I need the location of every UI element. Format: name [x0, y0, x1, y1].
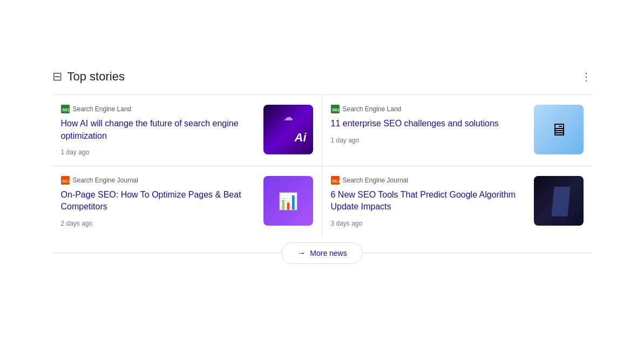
top-stories-widget: ⊟ Top stories ⋮ SEL Search Engine Land H	[36, 59, 608, 280]
news-icon: ⊟	[52, 70, 62, 84]
more-options-button[interactable]: ⋮	[581, 70, 592, 83]
story-title-2[interactable]: 11 enterprise SEO challenges and solutio…	[331, 118, 527, 130]
story-image-3	[263, 176, 313, 226]
sel-logo-2: SEL	[331, 105, 340, 113]
stories-grid: SEL Search Engine Land How AI will chang…	[52, 95, 592, 237]
widget-title: Top stories	[67, 70, 125, 84]
sel-logo-1: SEL	[61, 105, 70, 113]
sej-logo-3: SEJ	[61, 176, 70, 185]
story-text-1: SEL Search Engine Land How AI will chang…	[61, 105, 257, 156]
svg-text:SEJ: SEJ	[62, 179, 70, 184]
divider-right	[363, 253, 592, 253]
svg-text:SEL: SEL	[332, 107, 340, 112]
arrow-icon: →	[297, 248, 306, 258]
story-text-4: SEJ Search Engine Journal 6 New SEO Tool…	[331, 176, 527, 227]
story-card-3[interactable]: SEJ Search Engine Journal On-Page SEO: H…	[52, 166, 322, 237]
source-row-2: SEL Search Engine Land	[331, 105, 527, 113]
story-time-1: 1 day ago	[61, 148, 257, 156]
story-time-4: 3 days ago	[331, 220, 527, 227]
story-card-1[interactable]: SEL Search Engine Land How AI will chang…	[52, 95, 322, 166]
widget-header: ⊟ Top stories ⋮	[52, 70, 592, 84]
more-news-section: → More news	[52, 242, 592, 264]
story-title-1[interactable]: How AI will change the future of search …	[61, 118, 257, 142]
story-text-2: SEL Search Engine Land 11 enterprise SEO…	[331, 105, 527, 144]
story-card-4[interactable]: SEJ Search Engine Journal 6 New SEO Tool…	[322, 166, 592, 237]
source-name-1: Search Engine Land	[73, 105, 132, 113]
story-image-4	[534, 176, 584, 226]
story-card-2[interactable]: SEL Search Engine Land 11 enterprise SEO…	[322, 95, 592, 166]
more-news-button[interactable]: → More news	[281, 242, 362, 264]
story-text-3: SEJ Search Engine Journal On-Page SEO: H…	[61, 176, 257, 227]
svg-text:SEJ: SEJ	[332, 179, 340, 184]
source-row-1: SEL Search Engine Land	[61, 105, 257, 113]
source-row-4: SEJ Search Engine Journal	[331, 176, 527, 185]
source-name-4: Search Engine Journal	[343, 177, 408, 184]
header-left: ⊟ Top stories	[52, 70, 125, 84]
story-image-2	[534, 105, 584, 154]
story-image-1	[263, 105, 313, 154]
story-title-4[interactable]: 6 New SEO Tools That Predict Google Algo…	[331, 189, 527, 213]
divider-left	[52, 253, 282, 253]
story-time-3: 2 days ago	[61, 220, 257, 227]
sej-logo-4: SEJ	[331, 176, 340, 185]
source-name-2: Search Engine Land	[343, 105, 402, 113]
source-name-3: Search Engine Journal	[73, 177, 138, 184]
story-title-3[interactable]: On-Page SEO: How To Optimize Pages & Bea…	[61, 189, 257, 213]
more-news-label: More news	[310, 249, 347, 257]
source-row-3: SEJ Search Engine Journal	[61, 176, 257, 185]
story-time-2: 1 day ago	[331, 137, 527, 144]
svg-text:SEL: SEL	[62, 107, 70, 112]
